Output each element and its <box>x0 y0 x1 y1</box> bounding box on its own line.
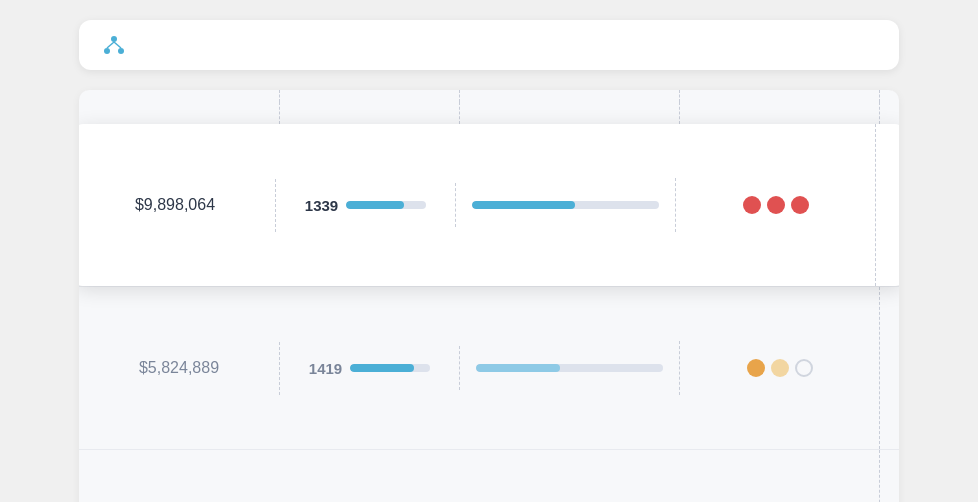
main-container: $9,898,0641339$5,824,8891419$5,706,77229… <box>59 0 919 502</box>
svg-point-2 <box>118 48 124 54</box>
svg-line-3 <box>107 42 114 48</box>
score-bar-track-0 <box>346 201 426 209</box>
dot-1-0 <box>747 359 765 377</box>
arr-value-1: $5,824,889 <box>139 359 219 377</box>
squares-cell-1 <box>879 287 899 449</box>
col-cat-1 <box>279 90 459 102</box>
dot-0-0 <box>743 196 761 214</box>
dots-cell-1 <box>679 341 879 395</box>
score-number-1: 1419 <box>309 360 342 377</box>
svg-point-1 <box>104 48 110 54</box>
table-row-1[interactable]: $5,824,8891419 <box>79 286 899 449</box>
obj-bar-fill-1 <box>476 364 560 372</box>
dot-1-2 <box>795 359 813 377</box>
dot-0-1 <box>767 196 785 214</box>
obj-bar-track-1 <box>476 364 663 372</box>
arr-cell-1: $5,824,889 <box>79 341 279 395</box>
col-title-4 <box>879 102 899 124</box>
col-title-1 <box>279 102 459 124</box>
col-cat-4 <box>879 90 899 102</box>
score-cell-1: 1419 <box>279 342 459 395</box>
dots-cell-0 <box>675 178 875 232</box>
prioritization-icon <box>103 34 125 56</box>
rows-container: $9,898,0641339$5,824,8891419$5,706,77229… <box>79 124 899 502</box>
dot-1-1 <box>771 359 789 377</box>
svg-line-4 <box>114 42 121 48</box>
score-bar-track-1 <box>350 364 430 372</box>
col-cat-3 <box>679 90 879 102</box>
table-row-0[interactable]: $9,898,0641339 <box>79 124 899 286</box>
dot-0-2 <box>791 196 809 214</box>
arr-value-0: $9,898,064 <box>135 196 215 214</box>
objective-cell-0 <box>455 183 675 227</box>
breadcrumb-bar <box>79 20 899 70</box>
score-cell-0: 1339 <box>275 179 455 232</box>
table-title-row <box>79 102 899 124</box>
objective-cell-1 <box>459 346 679 390</box>
score-bar-fill-0 <box>346 201 404 209</box>
data-table: $9,898,0641339$5,824,8891419$5,706,77229… <box>79 90 899 502</box>
col-cat-2 <box>459 90 679 102</box>
score-bar-fill-1 <box>350 364 414 372</box>
squares-cell-0 <box>875 124 899 286</box>
col-title-3 <box>679 102 879 124</box>
score-number-0: 1339 <box>305 197 338 214</box>
arr-cell-0: $9,898,064 <box>79 178 275 232</box>
svg-point-0 <box>111 36 117 42</box>
obj-bar-fill-0 <box>472 201 575 209</box>
table-row-2[interactable]: $5,706,772294 <box>79 449 899 502</box>
col-title-0 <box>79 102 279 124</box>
squares-cell-2 <box>879 450 899 502</box>
col-title-2 <box>459 102 679 124</box>
col-cat-0 <box>79 90 279 102</box>
table-header <box>79 90 899 102</box>
obj-bar-track-0 <box>472 201 659 209</box>
